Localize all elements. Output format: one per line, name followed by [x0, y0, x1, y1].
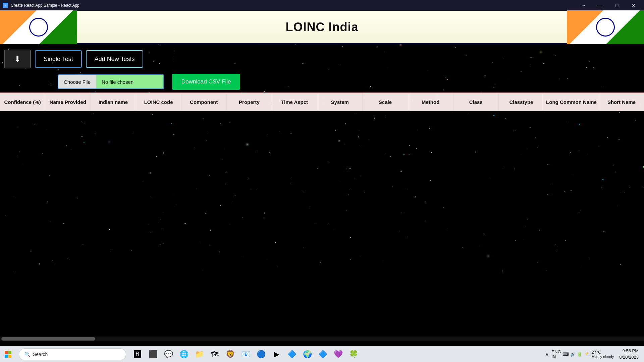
svg-rect-2 — [5, 355, 8, 358]
main-content: ⬇ Single Test Add New Tests Choose File … — [0, 44, 644, 362]
controls-area: ⬇ Single Test Add New Tests Choose File … — [0, 44, 644, 93]
titlebar-more-button[interactable]: ··· — [576, 0, 591, 11]
taskbar-vscode-button[interactable]: 🔷 — [315, 347, 330, 362]
taskbar-bing-button[interactable]: 🅱 — [130, 347, 145, 362]
table-header-cell: Name Provided — [45, 93, 91, 111]
table-header-cell: Short Name — [599, 93, 644, 111]
taskbar-googlemaps-button[interactable]: 🗺 — [207, 347, 222, 362]
download-csv-button[interactable]: Download CSV File — [172, 74, 240, 90]
taskbar-clock[interactable]: 9:56 PM 8/20/2023 — [619, 348, 639, 360]
battery-icon: 🔋 — [577, 352, 582, 357]
taskbar-edge-button[interactable]: 🌐 — [176, 347, 191, 362]
controls-row1: ⬇ Single Test Add New Tests — [4, 50, 640, 68]
table-header-cell: Long Common Name — [544, 93, 599, 111]
header-flag-left — [0, 10, 77, 44]
scrollbar-thumb[interactable] — [1, 337, 95, 341]
taskbar-systray: ENG IN ⌨ 🔊 🔋 — [551, 349, 582, 359]
taskbar-time: 9:56 PM — [619, 348, 639, 354]
single-test-button[interactable]: Single Test — [35, 50, 82, 68]
taskbar-chrome-button[interactable]: 🔵 — [254, 347, 268, 362]
taskbar: 🔍 Search 🅱 ⬛ 💬 🌐 📁 🗺 🦁 📧 🔵 ▶ 🔷 🌍 🔷 💜 🍀 ∧… — [0, 346, 644, 362]
header-title: LOINC India — [77, 20, 567, 34]
table-header-cell: Property — [227, 93, 272, 111]
taskbar-leaf-button[interactable]: 🍀 — [346, 347, 361, 362]
table-header-cell: Time Aspct — [272, 93, 317, 111]
weather-temp: 27°C — [592, 350, 614, 355]
svg-rect-3 — [8, 355, 11, 358]
taskbar-chevron-up-icon[interactable]: ∧ — [545, 352, 549, 357]
table-header: Confidence (%)Name ProvidedIndian nameLO… — [0, 93, 644, 111]
svg-rect-1 — [8, 351, 11, 354]
keyboard-icon: ⌨ — [562, 352, 569, 357]
add-new-tests-button[interactable]: Add New Tests — [86, 50, 144, 68]
taskbar-files-button[interactable]: 📁 — [192, 347, 207, 362]
titlebar: ⚛ Create React App Sample - React App ··… — [0, 0, 644, 11]
table-header-cell: Class — [453, 93, 499, 111]
taskbar-date: 8/20/2023 — [619, 354, 639, 360]
search-icon: 🔍 — [24, 352, 30, 357]
taskbar-right: ∧ ENG IN ⌨ 🔊 🔋 ⛅ 27°C Mostly cloudy 9:56… — [545, 348, 644, 360]
taskbar-brave-button[interactable]: 🦁 — [223, 347, 237, 362]
header-flag-right — [567, 10, 644, 44]
taskbar-youtube-button[interactable]: ▶ — [269, 347, 284, 362]
table-header-cell: Component — [181, 93, 227, 111]
table-header-cell: Indian name — [91, 93, 136, 111]
horizontal-scrollbar[interactable] — [0, 337, 644, 341]
start-button[interactable] — [0, 346, 16, 362]
taskbar-apps: 🅱 ⬛ 💬 🌐 📁 🗺 🦁 📧 🔵 ▶ 🔷 🌍 🔷 💜 🍀 — [130, 347, 361, 362]
app-window: LOINC India ⬇ Single Test Add New Tests … — [0, 11, 644, 362]
search-placeholder: Search — [33, 352, 48, 357]
table-header-cell: Confidence (%) — [0, 93, 45, 111]
language-label: ENG IN — [551, 349, 561, 359]
taskbar-discord-button[interactable]: 💬 — [161, 347, 176, 362]
file-input-wrapper[interactable]: Choose File No file chosen — [58, 74, 164, 89]
taskbar-weather: ⛅ 27°C Mostly cloudy — [585, 350, 614, 359]
controls-row2: Choose File No file chosen Download CSV … — [4, 74, 640, 90]
home-button[interactable]: ⬇ — [4, 50, 31, 68]
volume-icon[interactable]: 🔊 — [570, 352, 576, 357]
taskbar-facebook-button[interactable]: 🔷 — [284, 347, 299, 362]
titlebar-left: ⚛ Create React App Sample - React App — [3, 3, 79, 8]
choose-file-button[interactable]: Choose File — [58, 74, 96, 89]
weather-icon: ⛅ — [585, 352, 590, 357]
titlebar-controls: ··· — □ ✕ — [576, 0, 641, 11]
file-chosen-text: No file chosen — [96, 74, 163, 89]
home-icon: ⬇ — [14, 54, 21, 64]
app-icon: ⚛ — [3, 3, 8, 8]
table-header-cell: Scale — [363, 93, 408, 111]
table-header-cell: Method — [408, 93, 453, 111]
titlebar-close-button[interactable]: ✕ — [626, 0, 641, 11]
titlebar-maximize-button[interactable]: □ — [609, 0, 625, 11]
taskbar-vsstudio-button[interactable]: 💜 — [331, 347, 345, 362]
taskbar-mail-button[interactable]: 📧 — [238, 347, 253, 362]
table-header-cell: LOINC code — [136, 93, 181, 111]
weather-desc: Mostly cloudy — [592, 355, 614, 359]
table-header-cell: System — [317, 93, 363, 111]
titlebar-title: Create React App Sample - React App — [11, 3, 79, 8]
svg-rect-0 — [5, 351, 8, 354]
windows-logo-icon — [4, 350, 12, 358]
app-header: LOINC India — [0, 11, 644, 44]
taskbar-search[interactable]: 🔍 Search — [19, 348, 126, 360]
table-header-cell: Classtype — [499, 93, 544, 111]
titlebar-minimize-button[interactable]: — — [592, 0, 608, 11]
taskbar-chromium-button[interactable]: 🌍 — [300, 347, 315, 362]
taskbar-taskview-button[interactable]: ⬛ — [146, 347, 160, 362]
